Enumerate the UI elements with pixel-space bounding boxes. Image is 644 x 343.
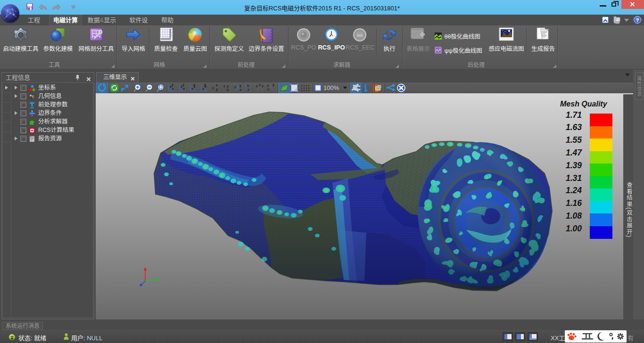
svg-text:z: z (267, 84, 269, 87)
svg-text:z: z (248, 88, 249, 91)
svg-text:x: x (216, 83, 218, 87)
svg-text:x: x (267, 88, 269, 91)
svg-text:y: y (172, 83, 173, 87)
svg-text:z: z (212, 86, 214, 90)
svg-text:y: y (272, 83, 274, 87)
svg-text:z: z (172, 87, 174, 90)
svg-text:z: z (202, 87, 204, 90)
svg-text:100%: 100% (323, 84, 339, 91)
svg-text:y: y (227, 84, 229, 88)
svg-text:y: y (239, 84, 241, 88)
svg-text:y: y (193, 83, 195, 87)
svg-text:z: z (223, 84, 225, 88)
svg-text:y: y (216, 88, 218, 91)
svg-text:x: x (247, 84, 249, 87)
svg-text:x: x (227, 88, 229, 91)
svg-text:y: y (204, 83, 206, 87)
svg-text:x: x (239, 88, 241, 91)
svg-text:z: z (234, 85, 236, 89)
svg-text:y: y (259, 83, 261, 87)
svg-text:y: y (182, 83, 184, 87)
svg-text:x: x (262, 84, 264, 88)
svg-text:x: x (183, 87, 185, 90)
svg-text:z: z (256, 84, 258, 88)
svg-text:x: x (191, 87, 193, 90)
